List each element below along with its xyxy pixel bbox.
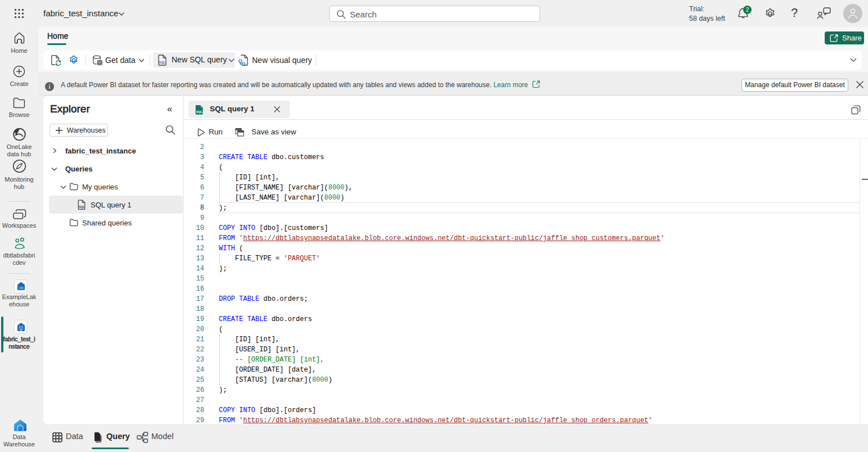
svg-text:SQL: SQL (196, 110, 203, 114)
svg-text:SQL: SQL (79, 205, 86, 209)
svg-text:SQL: SQL (159, 61, 166, 64)
